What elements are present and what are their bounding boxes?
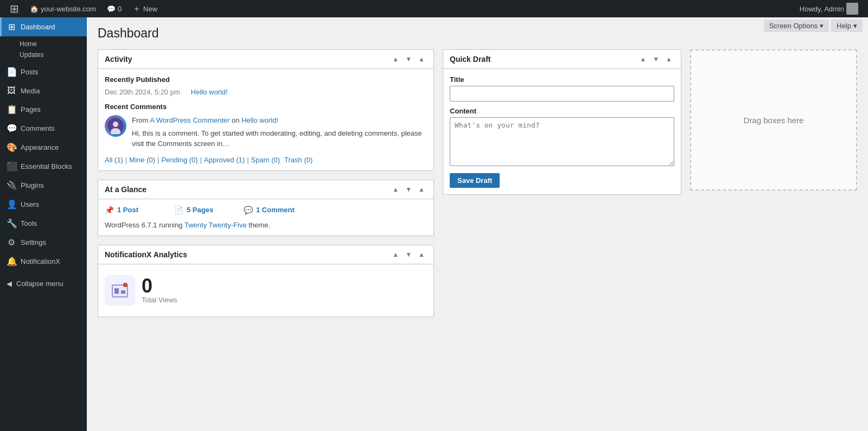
content-label: Content [450, 107, 674, 115]
arrow-down-icon-2: ▼ [405, 186, 412, 193]
dashboard-col-right: Drag boxes here [690, 49, 857, 317]
glance-comments-icon: 💬 [244, 206, 253, 214]
appearance-icon: 🎨 [7, 142, 16, 153]
glance-collapse-up-btn[interactable]: ▲ [390, 185, 401, 194]
quick-draft-widget: Quick Draft ▲ ▼ ▲ Title [443, 49, 681, 195]
sidebar-item-label-tools: Tools [21, 219, 37, 227]
collapse-menu-button[interactable]: ◀ Collapse menu [0, 275, 87, 292]
sidebar-item-plugins[interactable]: 🔌 Plugins [0, 176, 87, 195]
filter-all[interactable]: All (1) [105, 156, 123, 164]
notificationx-analytics-widget: NotificationX Analytics ▲ ▼ ▲ [98, 245, 434, 317]
activity-close-btn[interactable]: ▲ [416, 54, 427, 64]
quick-draft-header: Quick Draft ▲ ▼ ▲ [443, 50, 681, 69]
screen-options-button[interactable]: Screen Options ▾ [764, 20, 829, 32]
title-input[interactable] [450, 86, 674, 102]
content-textarea[interactable] [450, 117, 674, 166]
sidebar-sub-home[interactable]: Home [20, 39, 87, 49]
svg-text:!: ! [125, 284, 126, 287]
user-info-link[interactable]: Howdy, Admin [794, 0, 864, 17]
nx-close-btn[interactable]: ▲ [416, 250, 427, 259]
sidebar-item-users[interactable]: 👤 Users [0, 195, 87, 214]
activity-collapse-up-btn[interactable]: ▲ [390, 54, 401, 64]
dashboard-col-middle: Quick Draft ▲ ▼ ▲ Title [443, 49, 681, 317]
filter-mine[interactable]: Mine (0) [129, 156, 155, 164]
sidebar-item-settings[interactable]: ⚙ Settings [0, 233, 87, 252]
sidebar-item-pages[interactable]: 📋 Pages [0, 100, 87, 119]
filter-trash[interactable]: Trash (0) [284, 156, 312, 164]
howdy-text: Howdy, Admin [800, 5, 844, 13]
comment-icon: 💬 [107, 5, 116, 13]
sidebar-item-label-pages: Pages [21, 105, 41, 113]
activity-collapse-down-btn[interactable]: ▼ [403, 54, 414, 64]
activity-widget-title: Activity [105, 55, 132, 64]
sidebar-item-notificationx[interactable]: 🔔 NotificationX [0, 252, 87, 271]
comment-avatar [105, 115, 126, 137]
plugins-icon: 🔌 [7, 180, 16, 191]
sidebar-item-tools[interactable]: 🔧 Tools [0, 214, 87, 233]
new-content-link[interactable]: ＋ New [127, 0, 163, 17]
qd-collapse-down-btn[interactable]: ▼ [650, 54, 661, 64]
comments-count: 0 [118, 5, 122, 13]
title-field: Title [450, 75, 674, 102]
sidebar-item-posts[interactable]: 📄 Posts [0, 62, 87, 81]
at-a-glance-body: 📌 1 Post 📄 5 Pages 💬 1 Comment [98, 199, 433, 236]
published-link[interactable]: Hello world! [191, 88, 228, 96]
glance-pages-icon: 📄 [174, 206, 183, 214]
glance-posts-link[interactable]: 1 Post [117, 206, 138, 214]
avatar-img [105, 115, 126, 137]
drag-boxes-text: Drag boxes here [744, 116, 804, 125]
sidebar-item-label-comments: Comments [21, 124, 55, 132]
sidebar-sub-updates[interactable]: Updates [20, 49, 87, 60]
comment-content: From A WordPress Commenter on Hello worl… [132, 115, 427, 149]
qd-close-btn[interactable]: ▲ [663, 54, 674, 64]
nx-collapse-down-btn[interactable]: ▼ [403, 250, 414, 259]
glance-pages-link[interactable]: 5 Pages [187, 206, 213, 214]
filter-approved[interactable]: Approved (1) [204, 156, 245, 164]
main-content: Dashboard Activity ▲ ▼ ▲ [87, 17, 868, 431]
svg-rect-5 [121, 290, 125, 294]
nx-collapse-up-btn[interactable]: ▲ [390, 250, 401, 259]
sidebar-item-dashboard[interactable]: ⊞ Dashboard [0, 17, 87, 36]
pages-icon: 📋 [7, 104, 16, 115]
glance-comments-link[interactable]: 1 Comment [256, 206, 295, 214]
published-date: Dec 20th 2024, 5:20 pm [105, 88, 180, 96]
quick-draft-controls: ▲ ▼ ▲ [637, 54, 674, 64]
sidebar-item-media[interactable]: 🖼 Media [0, 81, 87, 100]
filter-spam[interactable]: Spam (0) [251, 156, 280, 164]
site-name-link[interactable]: 🏠 your-website.com [24, 0, 101, 17]
arrow-up-icon-2: ▲ [392, 186, 399, 193]
title-label: Title [450, 75, 674, 84]
commenter-name-link[interactable]: A WordPress Commenter [150, 116, 229, 124]
activity-widget-body: Recently Published Dec 20th 2024, 5:20 p… [98, 69, 433, 170]
close-icon: ▲ [418, 55, 425, 63]
sidebar-item-label-media: Media [21, 87, 40, 95]
users-icon: 👤 [7, 199, 16, 210]
glance-collapse-down-btn[interactable]: ▼ [403, 185, 414, 194]
sidebar-item-label-plugins: Plugins [21, 181, 44, 189]
glance-wp-version: WordPress 6.7.1 [105, 221, 157, 229]
sidebar-item-appearance[interactable]: 🎨 Appearance [0, 138, 87, 157]
activity-widget: Activity ▲ ▼ ▲ Recently Published [98, 49, 434, 171]
sidebar-item-label-posts: Posts [21, 68, 39, 76]
wp-logo-link[interactable]: ⊞ [4, 0, 24, 17]
qd-collapse-up-btn[interactable]: ▲ [637, 54, 648, 64]
comments-link[interactable]: 💬 0 [101, 0, 127, 17]
site-url: your-website.com [41, 5, 96, 13]
svg-point-1 [113, 122, 118, 127]
admin-bar: ⊞ 🏠 your-website.com 💬 0 ＋ New Howdy, Ad… [0, 0, 868, 17]
glance-theme-link[interactable]: Twenty Twenty-Five [184, 221, 247, 229]
save-draft-button[interactable]: Save Draft [450, 173, 500, 188]
glance-close-btn[interactable]: ▲ [416, 185, 427, 194]
nx-analytics-stats: 0 Total Views [142, 276, 177, 304]
help-button[interactable]: Help ▾ [831, 20, 863, 32]
admin-sidebar: ⊞ Dashboard Home Updates 📄 Posts 🖼 Media… [0, 17, 87, 431]
sidebar-item-label-essential-blocks: Essential Blocks [21, 162, 72, 170]
sidebar-item-essential-blocks[interactable]: ⬛ Essential Blocks [0, 157, 87, 176]
settings-icon: ⚙ [7, 237, 16, 248]
sidebar-item-comments[interactable]: 💬 Comments [0, 119, 87, 138]
sidebar-item-label-appearance: Appearance [21, 143, 59, 151]
comment-post-link[interactable]: Hello world! [241, 116, 278, 124]
filter-pending[interactable]: Pending (0) [161, 156, 197, 164]
sidebar-item-label-dashboard: Dashboard [21, 23, 55, 31]
notificationx-icon: 🔔 [7, 256, 16, 267]
